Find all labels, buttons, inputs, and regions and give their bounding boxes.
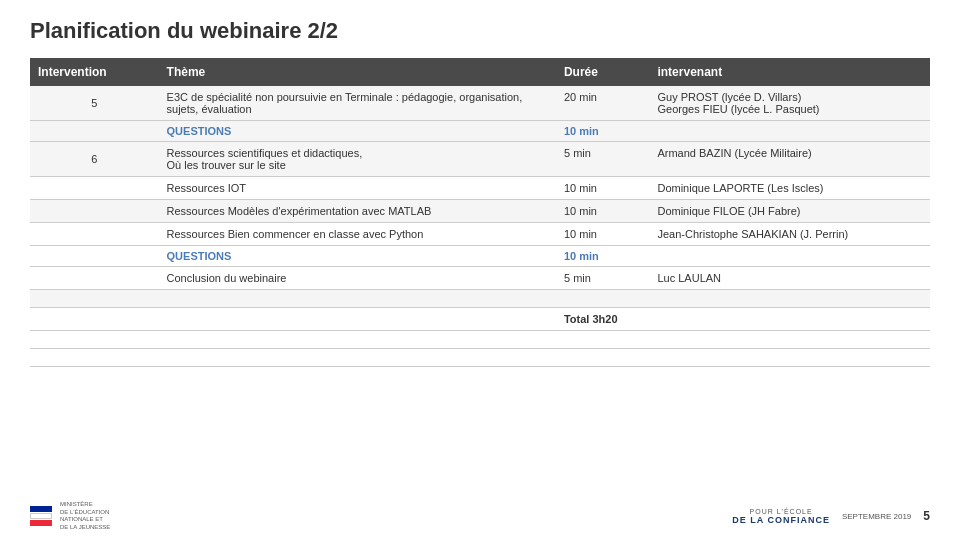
cell-theme: Ressources scientifiques et didactiques,… <box>159 142 556 177</box>
cell-intervention <box>30 308 159 331</box>
cell-intervenant: Luc LAULAN <box>649 267 930 290</box>
cell-intervenant: Armand BAZIN (Lycée Militaire) <box>649 142 930 177</box>
cell-duree: 10 min <box>556 177 650 200</box>
cell-intervention <box>30 177 159 200</box>
header-intervention: Intervention <box>30 58 159 86</box>
cell-duree: Total 3h20 <box>556 308 650 331</box>
header-duree: Durée <box>556 58 650 86</box>
table-row: QUESTIONS 10 min <box>30 246 930 267</box>
ministry-text: MINISTÈRE DE L'ÉDUCATION NATIONALE ET DE… <box>60 501 110 532</box>
cell-intervenant: Jean-Christophe SAHAKIAN (J. Perrin) <box>649 223 930 246</box>
confiance-logo: POUR L'ÉCOLE DE LA CONFIANCE <box>732 508 830 525</box>
table-row: 5 E3C de spécialité non poursuivie en Te… <box>30 86 930 121</box>
cell-duree: 5 min <box>556 267 650 290</box>
table-row <box>30 349 930 367</box>
table-row: 6 Ressources scientifiques et didactique… <box>30 142 930 177</box>
table-row: Ressources Modèles d'expérimentation ave… <box>30 200 930 223</box>
cell-intervenant <box>649 246 930 267</box>
table-row: Ressources Bien commencer en classe avec… <box>30 223 930 246</box>
cell-theme: Ressources Modèles d'expérimentation ave… <box>159 200 556 223</box>
cell-intervention <box>30 267 159 290</box>
cell-intervenant <box>649 121 930 142</box>
cell-duree: 10 min <box>556 200 650 223</box>
french-flag-icon <box>30 506 52 526</box>
cell-intervenant <box>649 308 930 331</box>
cell-theme: Conclusion du webinaire <box>159 267 556 290</box>
cell-theme <box>159 308 556 331</box>
footer-page: 5 <box>923 509 930 523</box>
cell-intervenant: Guy PROST (lycée D. Villars)Georges FIEU… <box>649 86 930 121</box>
table-row: Ressources IOT 10 min Dominique LAPORTE … <box>30 177 930 200</box>
cell-intervention: 6 <box>30 142 159 177</box>
cell-theme: QUESTIONS <box>159 246 556 267</box>
cell-theme: Ressources Bien commencer en classe avec… <box>159 223 556 246</box>
cell-theme: Ressources IOT <box>159 177 556 200</box>
cell-intervention <box>30 246 159 267</box>
table-row: Total 3h20 <box>30 308 930 331</box>
cell-theme: E3C de spécialité non poursuivie en Term… <box>159 86 556 121</box>
page-title: Planification du webinaire 2/2 <box>30 18 930 44</box>
cell-duree: 10 min <box>556 223 650 246</box>
planning-table: Intervention Thème Durée intervenant 5 E… <box>30 58 930 367</box>
cell-intervention <box>30 200 159 223</box>
cell-duree: 20 min <box>556 86 650 121</box>
cell-intervenant: Dominique LAPORTE (Les Iscles) <box>649 177 930 200</box>
header-theme: Thème <box>159 58 556 86</box>
footer-date: SEPTEMBRE 2019 <box>842 512 911 521</box>
table-row <box>30 331 930 349</box>
cell-duree: 10 min <box>556 246 650 267</box>
cell-intervention: 5 <box>30 86 159 121</box>
cell-intervention <box>30 121 159 142</box>
table-row <box>30 290 930 308</box>
footer-right: POUR L'ÉCOLE DE LA CONFIANCE SEPTEMBRE 2… <box>732 508 930 525</box>
header-intervenant: intervenant <box>649 58 930 86</box>
cell-theme: QUESTIONS <box>159 121 556 142</box>
footer-left: MINISTÈRE DE L'ÉDUCATION NATIONALE ET DE… <box>30 501 110 532</box>
footer: MINISTÈRE DE L'ÉDUCATION NATIONALE ET DE… <box>30 501 930 532</box>
table-row: Conclusion du webinaire 5 min Luc LAULAN <box>30 267 930 290</box>
cell-duree: 5 min <box>556 142 650 177</box>
cell-duree: 10 min <box>556 121 650 142</box>
table-row: QUESTIONS 10 min <box>30 121 930 142</box>
cell-intervenant: Dominique FILOE (JH Fabre) <box>649 200 930 223</box>
page: Planification du webinaire 2/2 Intervent… <box>0 0 960 540</box>
cell-intervention <box>30 223 159 246</box>
